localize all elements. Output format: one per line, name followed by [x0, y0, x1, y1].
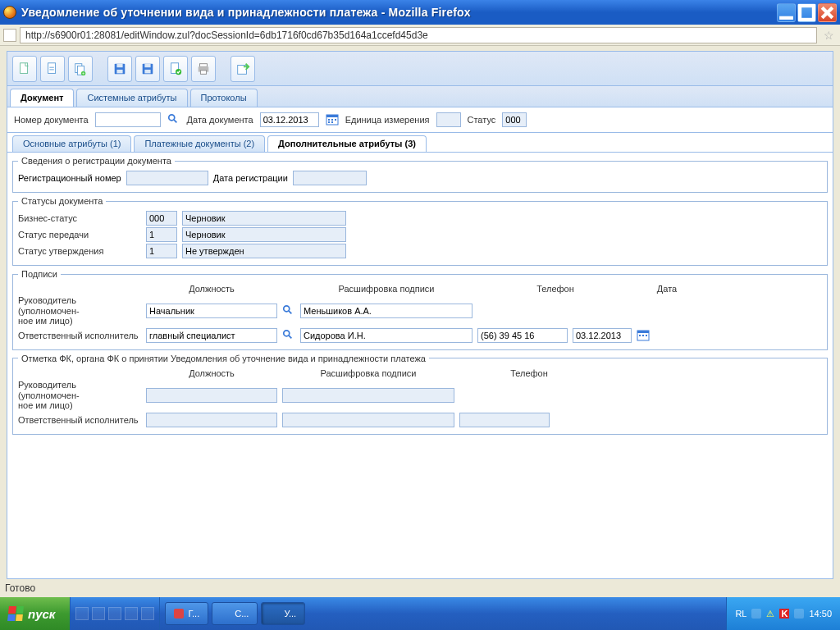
ql-icon[interactable] — [92, 607, 105, 620]
copy-doc-button[interactable]: + — [68, 56, 93, 82]
svg-rect-12 — [144, 63, 150, 67]
svg-point-29 — [284, 331, 290, 336]
approval-status-code[interactable] — [146, 244, 177, 258]
svg-rect-23 — [328, 119, 330, 121]
task-buttons: Г... С... У... — [160, 597, 726, 630]
document-header: Номер документа Дата документа Единица и… — [7, 107, 833, 133]
fk-head-desc[interactable] — [282, 388, 454, 403]
fk-exec-phone[interactable] — [459, 413, 550, 427]
lang-indicator[interactable]: RL — [735, 609, 746, 619]
svg-rect-34 — [646, 335, 647, 336]
close-button[interactable] — [818, 3, 837, 22]
task-button-active[interactable]: У... — [261, 602, 305, 625]
ql-icon[interactable] — [75, 607, 89, 620]
window-title: Уведомление об уточнении вида и принадле… — [21, 6, 775, 19]
reg-number-input[interactable] — [126, 171, 208, 185]
doc-number-input[interactable] — [95, 112, 161, 127]
task-button[interactable]: Г... — [165, 602, 208, 625]
statuses-fieldset: Статусы документа Бизнес-статус Статус п… — [12, 196, 828, 266]
browser-status: Готово — [0, 582, 840, 597]
approval-status-text[interactable] — [182, 244, 346, 258]
firefox-icon — [221, 609, 231, 619]
sig-col-date: Дата — [630, 284, 704, 294]
registration-legend: Сведения о регистрации документа — [18, 156, 175, 166]
transfer-status-text[interactable] — [182, 227, 346, 242]
system-tray: RL ⚠ K 14:50 — [726, 597, 840, 630]
svg-rect-27 — [331, 121, 333, 123]
ql-icon[interactable] — [108, 607, 121, 620]
url-input[interactable] — [20, 27, 817, 43]
ql-icon[interactable] — [125, 607, 138, 620]
svg-rect-33 — [642, 335, 644, 336]
tab-payment-docs[interactable]: Платежные документы (2) — [134, 135, 265, 152]
fk-head-label: Руководитель (уполномочен- ное им лицо) — [18, 380, 141, 411]
svg-rect-18 — [200, 70, 206, 74]
svg-rect-24 — [331, 119, 333, 121]
tab-document[interactable]: Документ — [10, 89, 74, 107]
ql-icon[interactable] — [141, 607, 154, 620]
reg-date-input[interactable] — [293, 171, 367, 185]
tab-protocols[interactable]: Протоколы — [190, 89, 258, 107]
tab-main-attrs[interactable]: Основные атрибуты (1) — [12, 135, 131, 152]
sig-exec-date[interactable] — [573, 328, 632, 343]
new-doc-button[interactable] — [12, 56, 37, 82]
quick-launch — [71, 597, 160, 630]
calendar-icon[interactable] — [637, 329, 650, 342]
biz-status-text[interactable] — [182, 211, 346, 226]
calendar-icon[interactable] — [326, 113, 339, 126]
tray-icon[interactable]: K — [779, 609, 789, 619]
doc-number-label: Номер документа — [14, 115, 89, 125]
svg-rect-22 — [326, 115, 338, 117]
biz-status-code[interactable] — [146, 211, 177, 226]
start-button[interactable]: пуск — [0, 597, 71, 630]
svg-rect-32 — [639, 335, 641, 336]
signatures-fieldset: Подписи Должность Расшифровка подписи Те… — [12, 269, 828, 350]
tab-system-attrs[interactable]: Системные атрибуты — [76, 89, 187, 107]
unit-input[interactable] — [436, 112, 461, 127]
lookup-icon[interactable] — [282, 329, 295, 342]
lookup-icon[interactable] — [282, 304, 295, 317]
fk-head-position[interactable] — [146, 388, 277, 403]
save-button[interactable] — [107, 56, 132, 82]
maximize-button[interactable] — [797, 3, 816, 22]
fk-col-phone: Телефон — [484, 368, 574, 378]
transfer-status-code[interactable] — [146, 227, 177, 242]
tab-additional-attrs[interactable]: Дополнительные атрибуты (3) — [267, 135, 427, 152]
status-input[interactable] — [502, 112, 527, 127]
firefox-icon — [3, 6, 16, 19]
sig-col-position: Должность — [146, 284, 277, 294]
unit-label: Единица измерения — [345, 115, 430, 125]
main-tabs: Документ Системные атрибуты Протоколы — [7, 86, 833, 107]
task-button[interactable]: С... — [212, 602, 258, 625]
sig-exec-phone[interactable] — [477, 328, 568, 343]
sig-exec-position[interactable] — [146, 328, 277, 343]
fk-exec-desc[interactable] — [282, 413, 454, 427]
svg-point-20 — [168, 115, 174, 121]
lookup-icon[interactable] — [167, 113, 180, 126]
tray-icon[interactable] — [794, 609, 804, 619]
tray-icon[interactable]: ⚠ — [766, 609, 774, 619]
sig-col-phone: Телефон — [510, 284, 600, 294]
address-bar: ☆ — [0, 25, 840, 46]
page-icon — [3, 29, 16, 42]
print-button[interactable] — [191, 56, 216, 82]
sig-exec-label: Ответственный исполнитель — [18, 331, 141, 340]
doc-date-input[interactable] — [260, 112, 319, 127]
sig-head-label: Руководитель (уполномочен- ное им лицо) — [18, 295, 141, 326]
svg-rect-26 — [328, 121, 330, 123]
tray-icon[interactable] — [751, 609, 761, 619]
sig-head-position[interactable] — [146, 304, 277, 318]
sig-exec-desc[interactable] — [300, 328, 472, 343]
export-button[interactable] — [231, 56, 255, 82]
minimize-button[interactable] — [777, 3, 796, 22]
open-doc-button[interactable] — [40, 56, 65, 82]
windows-logo-icon — [7, 606, 24, 621]
sig-head-desc[interactable] — [300, 304, 472, 318]
save-as-button[interactable] — [135, 56, 160, 82]
svg-rect-31 — [637, 331, 649, 333]
fk-col-position: Должность — [146, 368, 277, 378]
bookmark-star-icon[interactable]: ☆ — [822, 29, 835, 42]
fk-exec-position[interactable] — [146, 413, 277, 427]
clock[interactable]: 14:50 — [809, 609, 832, 619]
check-doc-button[interactable] — [163, 56, 188, 82]
